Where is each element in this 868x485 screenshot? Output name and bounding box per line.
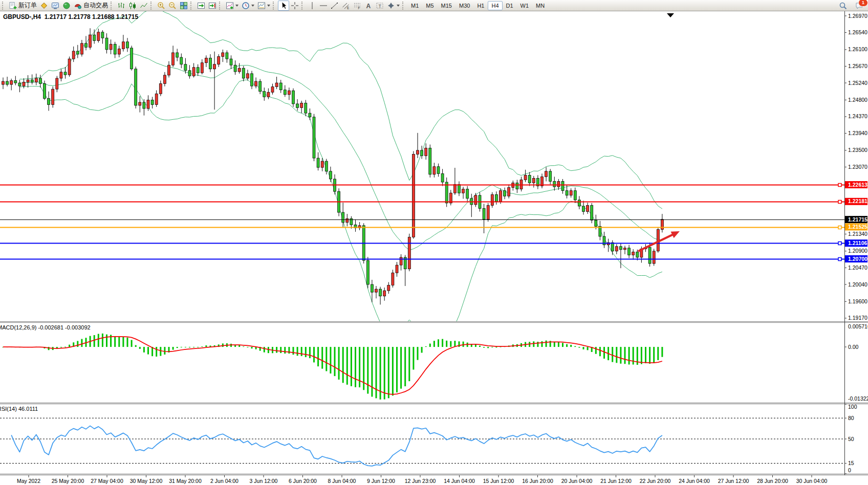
search-button[interactable] [837,1,849,11]
svg-text:1.23940: 1.23940 [848,130,867,136]
arrows-icon [387,2,395,10]
templates-icon [257,2,266,10]
text-icon: A [364,2,373,10]
metaeditor-button[interactable] [38,1,50,11]
new-order-icon [9,2,17,10]
chart-shift-button[interactable] [207,1,218,11]
svg-text:1.26100: 1.26100 [848,46,867,52]
timeframe-button-D1[interactable]: D1 [503,1,517,10]
trendline-icon [331,2,339,10]
timeframe-button-MN[interactable]: MN [532,1,548,10]
templates-button[interactable] [256,1,272,11]
candlestick-chart-button[interactable] [127,1,138,11]
svg-text:1.20900: 1.20900 [848,248,867,254]
periods-button[interactable] [240,1,256,11]
toolbar-grip[interactable] [190,2,193,10]
svg-text:30 May 12:00: 30 May 12:00 [130,478,163,484]
timeframe-button-H4[interactable]: H4 [488,1,502,10]
svg-text:25 May 20:00: 25 May 20:00 [52,478,84,484]
bar-chart-icon [117,2,125,10]
text-tool-button[interactable]: A [363,1,374,11]
fibonacci-icon: F [353,2,361,10]
svg-text:16 Jun 20:00: 16 Jun 20:00 [522,478,553,484]
zoom-out-button[interactable] [167,1,178,11]
timeframe-button-M5[interactable]: M5 [422,1,437,10]
market-watch-button[interactable] [50,1,61,11]
autotrading-label: 自动交易 [83,1,108,10]
crosshair-tool-button[interactable] [289,1,300,11]
svg-text:1.21525: 1.21525 [848,224,867,230]
svg-text:1.23500: 1.23500 [848,147,867,153]
arrows-tool-button[interactable] [385,1,401,11]
macd-indicator-label: MACD(12,26,9) -0.002681 -0.003092 [0,324,91,330]
rsi-indicator-label: RSI(14) 46.0111 [0,406,38,412]
svg-text:14 Jun 04:00: 14 Jun 04:00 [444,478,475,484]
zoom-in-button[interactable] [156,1,167,11]
mt4-window: { "toolbar": { "new_order_label": "新订单",… [0,0,868,485]
toolbar-grip[interactable] [2,2,5,10]
timeframe-button-M15[interactable]: M15 [438,1,455,10]
chart-background [0,11,868,485]
cursor-tool-button[interactable] [278,1,289,11]
rsi-value: 46.0111 [18,406,38,412]
zoom-in-icon [157,2,165,10]
metaeditor-diamond-icon [40,2,48,10]
horizontal-line-tool-button[interactable] [318,1,329,11]
candlestick-chart-icon [128,2,137,10]
toolbar-grip[interactable] [150,2,154,10]
svg-text:6 Jun 20:00: 6 Jun 20:00 [289,478,317,484]
new-order-button[interactable]: 新订单 [7,1,38,11]
line-chart-button[interactable] [138,1,149,11]
navigator-button[interactable] [61,1,72,11]
timeframe-button-M30[interactable]: M30 [455,1,473,10]
svg-text:0: 0 [848,467,851,473]
equidistant-channel-tool-button[interactable]: E [340,1,352,11]
market-watch-icon [51,2,59,10]
toolbar-grip[interactable] [111,2,114,10]
timeframe-button-W1[interactable]: W1 [517,1,533,10]
text-label-tool-button[interactable]: T [374,1,385,11]
toolbar-grip[interactable] [402,2,405,10]
clock-icon [242,2,250,10]
svg-text:9 Jun 12:00: 9 Jun 12:00 [367,478,395,484]
svg-text:20 Jun 04:00: 20 Jun 04:00 [561,478,593,484]
vertical-line-tool-button[interactable] [307,1,318,11]
chat-button[interactable]: 1 [854,1,865,11]
notification-badge: 1 [858,0,868,7]
svg-text:1.21106: 1.21106 [848,240,867,246]
chevron-down-icon [397,5,400,8]
indicators-button[interactable] [224,1,240,11]
auto-scroll-button[interactable] [196,1,207,11]
toolbar-grip[interactable] [273,2,276,10]
search-icon [839,2,847,10]
svg-text:15: 15 [848,460,854,466]
vertical-line-icon [308,2,316,10]
svg-text:May 2022: May 2022 [17,478,40,484]
svg-text:50: 50 [848,436,854,442]
chart-title: GBPUSD-,H4 1.21717 1.21778 1.21688 1.217… [3,13,138,20]
timeframe-button-M1[interactable]: M1 [407,1,422,10]
bar-chart-button[interactable] [116,1,127,11]
crosshair-icon [291,2,299,10]
trendline-tool-button[interactable] [329,1,340,11]
svg-text:1.21340: 1.21340 [848,231,867,237]
toolbar-grip[interactable] [219,2,222,10]
chevron-down-icon [267,5,270,8]
toolbar-grip[interactable] [301,2,305,10]
tile-windows-button[interactable] [178,1,189,11]
svg-text:30 Jun 04:00: 30 Jun 04:00 [796,478,828,484]
svg-text:1.24370: 1.24370 [848,113,867,119]
svg-text:1.22613: 1.22613 [848,182,867,188]
zoom-out-icon [168,2,177,10]
svg-text:2 Jun 04:00: 2 Jun 04:00 [210,478,238,484]
macd-value: -0.002681 [38,324,63,330]
chart-canvas[interactable]: 1.269701.265401.261001.256701.252401.248… [0,0,868,485]
svg-text:1.22181: 1.22181 [848,198,867,204]
timeframe-button-H1[interactable]: H1 [473,1,488,10]
fibonacci-tool-button[interactable]: F [352,1,363,11]
svg-text:15 Jun 12:00: 15 Jun 12:00 [483,478,514,484]
svg-text:T: T [379,3,382,8]
autotrading-button[interactable]: 自动交易 [72,1,110,11]
line-chart-icon [140,2,148,10]
svg-text:0.00: 0.00 [848,344,859,350]
